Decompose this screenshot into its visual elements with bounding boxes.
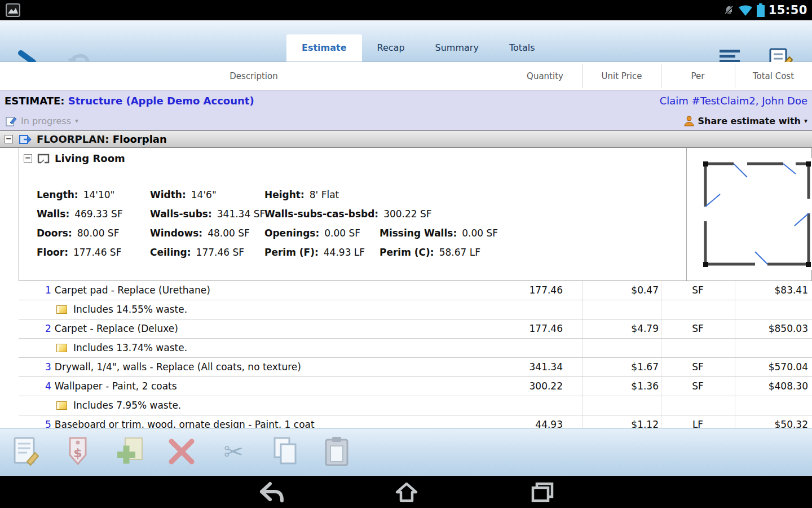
- floorplan-group-bar: − FLOORPLAN: Floorplan: [0, 130, 812, 148]
- line-item-unit-price: $0.47: [582, 281, 661, 300]
- stat-label: Walls-subs:: [150, 208, 212, 220]
- edit-status-icon: [6, 116, 17, 126]
- line-item-description: 1Carpet pad - Replace (Urethane): [45, 281, 210, 300]
- price-tag-button[interactable]: $: [52, 436, 104, 468]
- stat-label: Height:: [264, 189, 304, 200]
- floorplan-title: FLOORPLAN: Floorplan: [37, 133, 167, 145]
- paste-button[interactable]: [311, 436, 363, 468]
- stat-label: Width:: [150, 189, 186, 200]
- home-button[interactable]: [395, 481, 418, 503]
- stat-value: 58.67 LF: [439, 247, 480, 258]
- copy-icon: [271, 436, 299, 466]
- room-stat: Walls-subs-cas-bsbd:300.22 SF: [264, 204, 379, 224]
- room-stat: Windows:48.00 SF: [150, 224, 264, 243]
- stat-value: 341.34 SF: [217, 208, 265, 220]
- collapse-floorplan-button[interactable]: −: [5, 135, 13, 143]
- copy-button[interactable]: [259, 436, 311, 468]
- room-panel: − Living Room Length:14'10"Width:14'6"He…: [19, 148, 812, 281]
- room-stat-row: Floor:177.46 SFCeiling:177.46 SFPerim (F…: [37, 243, 676, 262]
- tab-summary[interactable]: Summary: [420, 34, 494, 62]
- room-stat: Width:14'6": [150, 185, 264, 204]
- tab-recap[interactable]: Recap: [362, 34, 420, 62]
- line-item-unit-price: $4.79: [582, 319, 661, 338]
- line-item-per: SF: [661, 281, 735, 300]
- line-item-per: SF: [661, 358, 735, 376]
- android-status-bar: 15:50: [0, 0, 812, 20]
- room-stat: Length:14'10": [37, 185, 150, 204]
- stat-label: Walls-subs-cas-bsbd:: [264, 208, 378, 220]
- claim-info: Claim #TestClaim2, John Doe: [660, 91, 807, 111]
- top-toolbar: EstimateRecapSummaryTotals: [0, 20, 812, 62]
- stat-label: Length:: [37, 189, 78, 200]
- status-dropdown[interactable]: In progress ▾: [6, 111, 78, 130]
- column-description: Description: [169, 62, 338, 90]
- collapse-room-button[interactable]: −: [24, 154, 32, 163]
- room-stat: Height:8' Flat: [264, 185, 379, 204]
- line-item-row[interactable]: 2Carpet - Replace (Deluxe)177.46$4.79SF$…: [19, 319, 812, 339]
- app-screen: 15:50 EstimateRecapSummaryTotals Descrip…: [0, 0, 812, 508]
- estimate-status-bar: In progress ▾ Share estimate with ▾: [0, 111, 812, 130]
- room-stat-row: Length:14'10"Width:14'6"Height:8' Flat: [37, 185, 676, 204]
- delete-item-icon: [167, 436, 196, 466]
- tab-totals[interactable]: Totals: [494, 34, 550, 62]
- room-stat: Perim (F):44.93 LF: [264, 243, 379, 262]
- recents-button[interactable]: [531, 481, 554, 503]
- note-text: Includes 7.95% waste.: [73, 396, 181, 415]
- stat-value: 469.33 SF: [74, 208, 122, 220]
- chevron-down-icon: ▾: [75, 112, 78, 130]
- add-item-icon: [115, 436, 144, 466]
- line-item-per: SF: [661, 319, 735, 338]
- floorplan-thumbnail[interactable]: [699, 158, 812, 270]
- share-label: Share estimate with: [698, 112, 801, 130]
- column-per: Per: [661, 62, 735, 90]
- floorplan-name: Floorplan: [109, 133, 166, 145]
- stat-label: Walls:: [37, 208, 69, 220]
- line-item-row[interactable]: 4Wallpaper - Paint, 2 coats300.22$1.36SF…: [19, 377, 812, 396]
- stat-label: Missing Walls:: [379, 227, 457, 239]
- notes-button[interactable]: [0, 436, 52, 468]
- share-estimate-button[interactable]: Share estimate with ▾: [683, 111, 807, 130]
- line-item-note-row[interactable]: Includes 7.95% waste.: [19, 396, 812, 415]
- line-item-number: 2: [45, 323, 51, 334]
- floorplan-icon: [19, 133, 32, 145]
- room-stat: Walls-subs:341.34 SF: [150, 204, 264, 224]
- stat-value: 0.00 SF: [462, 227, 498, 239]
- line-item-quantity: 177.46: [479, 319, 563, 338]
- line-item-quantity: 300.22: [479, 377, 563, 396]
- cut-button[interactable]: ✂: [208, 437, 259, 467]
- note-icon: [56, 305, 67, 314]
- room-name: Living Room: [55, 152, 125, 164]
- stat-label: Perim (C):: [379, 247, 434, 258]
- line-item-total: $570.04: [735, 358, 808, 376]
- room-stat-row: Walls:469.33 SFWalls-subs:341.34 SFWalls…: [37, 204, 676, 224]
- line-item-note-row[interactable]: Includes 14.55% waste.: [19, 300, 812, 319]
- line-item-row[interactable]: 3Drywall, 1/4", walls - Replace (All coa…: [19, 358, 812, 377]
- estimate-title: ESTIMATE: Structure (Apple Demo Account): [5, 91, 254, 111]
- wifi-icon: [738, 4, 753, 16]
- column-unit-price: Unit Price: [582, 62, 661, 90]
- tab-bar: EstimateRecapSummaryTotals: [286, 34, 550, 62]
- line-item-description: 4Wallpaper - Paint, 2 coats: [45, 377, 177, 396]
- delete-item-button[interactable]: [156, 436, 208, 468]
- screenshot-notification-icon: [6, 3, 20, 17]
- stat-value: 14'10": [83, 189, 115, 200]
- back-button[interactable]: [258, 481, 284, 503]
- line-item-note-row[interactable]: Includes 13.74% waste.: [19, 339, 812, 358]
- line-item-number: 1: [45, 284, 51, 296]
- room-stats: Length:14'10"Width:14'6"Height:8' FlatWa…: [37, 185, 676, 262]
- floorplan-label: FLOORPLAN:: [37, 133, 109, 145]
- line-item-row[interactable]: 1Carpet pad - Replace (Urethane)177.46$0…: [19, 281, 812, 300]
- room-stat-row: Doors:80.00 SFWindows:48.00 SFOpenings:0…: [37, 224, 676, 243]
- note-text: Includes 14.55% waste.: [73, 300, 187, 319]
- line-item-row[interactable]: 5Baseboard or trim, wood, ornate design …: [19, 415, 812, 428]
- tab-estimate[interactable]: Estimate: [286, 34, 362, 62]
- add-item-button[interactable]: [104, 436, 156, 468]
- room-stat: Floor:177.46 SF: [37, 243, 150, 262]
- estimate-name: Structure (Apple Demo Account): [64, 95, 254, 107]
- stat-value: 44.93 LF: [324, 247, 365, 258]
- battery-icon: [757, 3, 765, 17]
- line-item-number: 3: [45, 361, 51, 373]
- price-tag-icon: $: [65, 436, 90, 466]
- status-text: In progress: [21, 112, 71, 130]
- room-stat: Openings:0.00 SF: [264, 224, 379, 243]
